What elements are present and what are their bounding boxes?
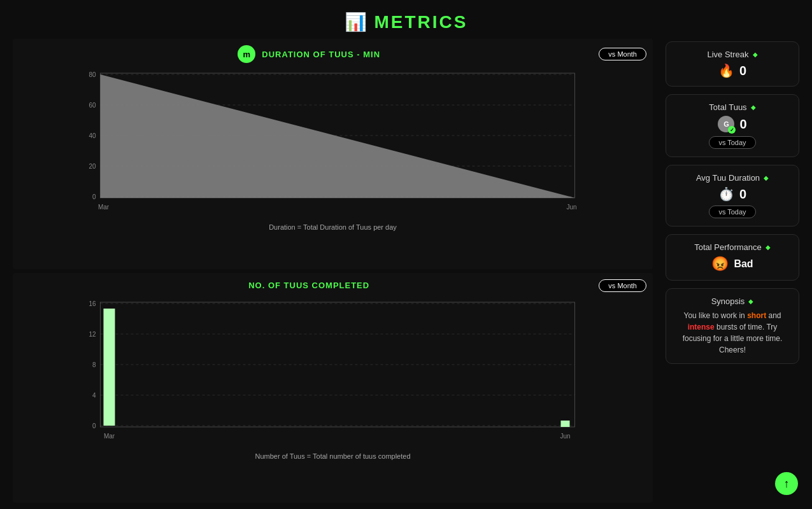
tuus-chart-title: NO. OF TUUS COMPLETED <box>248 281 369 290</box>
live-streak-value-row: 🔥 0 <box>675 63 790 78</box>
live-streak-title-row: Live Streak ◆ <box>675 50 790 59</box>
duration-chart-svg: 80 60 40 20 0 Mar <box>19 66 646 218</box>
avg-tuu-vs-today-button[interactable]: vs Today <box>709 206 755 218</box>
synopsis-info-icon: ◆ <box>748 298 753 305</box>
tuus-chart-svg-wrap: 16 12 8 4 0 <box>19 295 646 450</box>
synopsis-label: Synopsis <box>711 296 745 306</box>
tuus-chart-caption: Number of Tuus = Total number of tuus co… <box>19 450 646 464</box>
duration-vs-month-button[interactable]: vs Month <box>599 48 646 60</box>
duration-chart-title-row: m DURATION OF TUUS - MIN <box>19 45 599 63</box>
total-perf-card: Total Performance ◆ 😡 Bad <box>666 234 799 281</box>
page-header: 📊 METRICS <box>0 0 812 39</box>
svg-text:80: 80 <box>89 71 96 78</box>
total-tuus-title-row: Total Tuus ◆ <box>675 102 790 112</box>
svg-text:12: 12 <box>89 331 96 338</box>
avg-tuu-title-row: Avg Tuu Duration ◆ <box>675 173 790 183</box>
fire-icon: 🔥 <box>718 63 734 78</box>
svg-text:Jun: Jun <box>566 204 576 211</box>
total-tuus-value-row: G ✓ 0 <box>675 116 790 132</box>
svg-marker-11 <box>101 74 575 198</box>
bad-emoji-icon: 😡 <box>711 256 729 272</box>
total-perf-value-row: 😡 Bad <box>675 256 790 272</box>
svg-text:20: 20 <box>89 163 96 170</box>
total-perf-info-icon: ◆ <box>766 244 771 251</box>
total-tuus-info-icon: ◆ <box>751 104 756 111</box>
synopsis-text: You like to work in short and intense bu… <box>675 310 790 356</box>
charts-area: m DURATION OF TUUS - MIN vs Month 80 60 … <box>13 39 653 503</box>
synopsis-pre: You like to work in <box>684 311 748 320</box>
total-perf-value: Bad <box>734 258 753 270</box>
timer-icon: ⏱️ <box>718 186 734 202</box>
svg-rect-26 <box>561 421 570 427</box>
svg-text:Mar: Mar <box>104 433 115 440</box>
scroll-up-icon: ↑ <box>784 477 790 491</box>
tuus-chart-block: NO. OF TUUS COMPLETED vs Month 16 12 8 4… <box>13 273 653 503</box>
synopsis-highlight1: short <box>747 311 766 320</box>
svg-text:60: 60 <box>89 102 96 109</box>
svg-text:16: 16 <box>89 300 96 307</box>
metrics-icon: 📊 <box>345 11 367 32</box>
total-tuus-value: 0 <box>739 117 746 132</box>
total-perf-title-row: Total Performance ◆ <box>675 242 790 252</box>
svg-text:4: 4 <box>92 392 96 399</box>
svg-text:8: 8 <box>92 361 96 368</box>
synopsis-highlight2: intense <box>688 323 715 331</box>
go-icon-wrapper: G ✓ <box>718 116 734 132</box>
total-tuus-vs-today-button[interactable]: vs Today <box>709 136 755 149</box>
duration-chart-svg-wrap: 80 60 40 20 0 Mar <box>19 66 646 221</box>
tuus-chart-title-row: NO. OF TUUS COMPLETED <box>19 281 599 290</box>
user-avatar: m <box>238 45 255 63</box>
avg-tuu-label: Avg Tuu Duration <box>696 173 760 183</box>
live-streak-label: Live Streak <box>707 50 748 59</box>
duration-chart-caption: Duration = Total Duration of Tuus per da… <box>19 221 646 235</box>
tuus-vs-month-button[interactable]: vs Month <box>599 279 646 292</box>
svg-text:40: 40 <box>89 132 96 139</box>
duration-chart-title: DURATION OF TUUS - MIN <box>262 50 380 59</box>
svg-text:0: 0 <box>92 422 96 429</box>
avg-tuu-value: 0 <box>739 187 746 202</box>
synopsis-title-row: Synopsis ◆ <box>675 296 790 306</box>
go-badge: ✓ <box>728 126 736 134</box>
duration-chart-header: m DURATION OF TUUS - MIN vs Month <box>19 45 646 63</box>
synopsis-card: Synopsis ◆ You like to work in short and… <box>666 288 799 364</box>
total-tuus-card: Total Tuus ◆ G ✓ 0 vs Today <box>666 94 799 157</box>
main-content: m DURATION OF TUUS - MIN vs Month 80 60 … <box>0 39 812 509</box>
sidebar: Live Streak ◆ 🔥 0 Total Tuus ◆ G ✓ <box>666 39 799 503</box>
total-tuus-label: Total Tuus <box>709 102 746 112</box>
tuus-chart-header: NO. OF TUUS COMPLETED vs Month <box>19 279 646 292</box>
live-streak-card: Live Streak ◆ 🔥 0 <box>666 41 799 87</box>
svg-rect-25 <box>104 309 115 426</box>
page-title: METRICS <box>374 12 468 32</box>
avg-tuu-card: Avg Tuu Duration ◆ ⏱️ 0 vs Today <box>666 165 799 227</box>
avg-tuu-value-row: ⏱️ 0 <box>675 186 790 202</box>
avg-tuu-info-icon: ◆ <box>764 174 769 181</box>
svg-text:Mar: Mar <box>98 204 110 211</box>
duration-chart-block: m DURATION OF TUUS - MIN vs Month 80 60 … <box>13 39 653 269</box>
svg-text:Jun: Jun <box>560 433 570 440</box>
tuus-chart-svg: 16 12 8 4 0 <box>19 295 646 447</box>
scroll-up-button[interactable]: ↑ <box>775 472 798 495</box>
live-streak-value: 0 <box>739 64 746 78</box>
synopsis-mid: and <box>766 311 781 320</box>
live-streak-info-icon: ◆ <box>753 51 758 58</box>
svg-text:0: 0 <box>92 193 96 200</box>
total-perf-label: Total Performance <box>694 242 762 252</box>
